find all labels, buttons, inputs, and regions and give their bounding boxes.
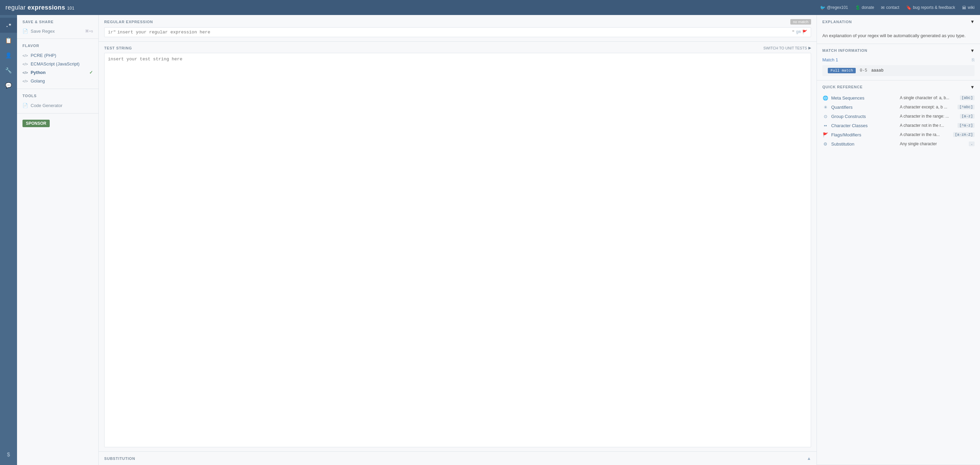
quick-ref-collapse-icon: ▼	[970, 85, 975, 89]
quick-ref-meta-label: Meta Sequences	[831, 96, 865, 101]
quick-ref-flags-desc-row: A character in the ra... [a-zA-Z]	[900, 131, 975, 139]
regex-suffix: "	[792, 30, 795, 35]
flavor-golang-label: Golang	[31, 78, 45, 83]
nav-contact[interactable]: ✉contact	[881, 5, 899, 10]
sidebar-icon-community[interactable]: 💬	[0, 78, 17, 93]
quick-ref-charclasses-desc-row: A character not in the r... [^a-z]	[900, 121, 975, 130]
code-icon-golang: </>	[22, 79, 28, 83]
nav-bugreports[interactable]: 🔖bug reports & feedback	[906, 5, 955, 10]
flavor-title: FLAVOR	[22, 44, 93, 48]
target-icon: ⊙	[822, 114, 829, 119]
left-panel: SAVE & SHARE 📄 Save Regex ⌘+s FLAVOR </>…	[17, 15, 99, 465]
regex-flags: gm 🚩	[796, 30, 807, 35]
quick-ref-flags-badge: [a-zA-Z]	[953, 132, 975, 137]
nav-donate[interactable]: 💲donate	[855, 5, 875, 10]
sidebar-icon-tools[interactable]: 🔧	[0, 63, 17, 78]
globe-icon: 🌐	[822, 96, 829, 101]
flavor-ecmascript[interactable]: </> ECMAScript (JavaScript)	[22, 60, 93, 68]
twitter-icon: 🐦	[820, 5, 826, 10]
save-shortcut: ⌘+s	[85, 29, 93, 34]
quick-reference-section: QUICK REFERENCE ▼ 🌐 Meta Sequences A sin…	[817, 80, 980, 465]
match-info-title: MATCH INFORMATION	[822, 48, 867, 53]
codegen-icon: 📄	[22, 103, 28, 108]
regex-input[interactable]	[117, 30, 790, 35]
top-nav: regular expressions 101 🐦@regex101 💲dona…	[0, 0, 980, 15]
quick-ref-meta-badge: [abc]	[960, 96, 975, 100]
copy-match-icon[interactable]: ⎘	[972, 57, 975, 62]
explanation-title: EXPLANATION	[822, 20, 852, 24]
switch-arrow-icon: ▶	[808, 46, 811, 50]
asterisk-icon: ✳	[822, 105, 829, 110]
quick-ref-quantifiers-desc: A character except: a, b ...	[900, 105, 947, 109]
match-info-section: MATCH INFORMATION ▼ Match 1 ⎘ Full match…	[817, 44, 980, 80]
match-info-collapse-icon: ▼	[970, 48, 975, 53]
save-regex-button[interactable]: 📄 Save Regex ⌘+s	[22, 27, 93, 35]
test-string-input[interactable]	[104, 53, 811, 447]
no-match-badge: no match	[790, 19, 811, 24]
nav-links: 🐦@regex101 💲donate ✉contact 🔖bug reports…	[820, 5, 975, 10]
nav-wiki[interactable]: 🏛wiki	[962, 5, 975, 10]
codegen-label: Code Generator	[31, 103, 62, 108]
switch-unit-tests-button[interactable]: SWITCH TO UNIT TESTS ▶	[764, 46, 811, 50]
code-generator-tool[interactable]: 📄 Code Generator	[22, 101, 93, 110]
sidebar-icon-regex[interactable]: .*	[0, 18, 17, 33]
quick-ref-substitution[interactable]: ⚙ Substitution	[822, 140, 897, 148]
regex-flags-text: gm	[796, 30, 801, 35]
match-1-link[interactable]: Match 1	[822, 57, 838, 62]
wiki-icon: 🏛	[962, 5, 966, 10]
save-share-title: SAVE & SHARE	[22, 20, 93, 24]
switch-label: SWITCH TO UNIT TESTS	[764, 46, 807, 50]
quick-ref-meta-desc: A single character of: a, b...	[900, 96, 949, 100]
code-icon-pcre: </>	[22, 54, 28, 58]
regex-title: REGULAR EXPRESSION	[104, 20, 153, 24]
bug-icon: 🔖	[906, 5, 912, 10]
flag-icon[interactable]: 🚩	[802, 30, 807, 35]
regex-section: REGULAR EXPRESSION no match ir" " gm 🚩	[99, 15, 816, 42]
regex-prefix: ir"	[108, 30, 116, 35]
contact-icon: ✉	[881, 5, 885, 10]
quick-ref-meta[interactable]: 🌐 Meta Sequences	[822, 94, 897, 102]
community-icon: 💬	[5, 82, 12, 89]
substitution-title: SUBSTITUTION	[104, 457, 135, 460]
regex-input-row: ir" " gm 🚩	[104, 27, 811, 37]
substitution-icon: ⚙	[822, 141, 829, 147]
test-string-section: TEST STRING SWITCH TO UNIT TESTS ▶	[99, 42, 816, 451]
collapse-substitution-icon[interactable]: ▲	[807, 456, 811, 461]
main-layout: .* 📋 👤 🔧 💬 $ SAVE & SHARE 📄 Save Regex	[0, 15, 980, 465]
dollar-icon: 💲	[855, 5, 861, 10]
substitution-section: SUBSTITUTION ▲	[99, 451, 816, 465]
sponsor-section: SPONSOR	[17, 113, 99, 133]
quick-ref-header[interactable]: QUICK REFERENCE ▼	[817, 80, 980, 94]
quick-ref-quantifiers-badge: [^abc]	[958, 105, 975, 109]
sponsor-button[interactable]: SPONSOR	[22, 120, 50, 127]
save-regex-label: Save Regex	[31, 29, 55, 34]
sponsor-icon: $	[7, 452, 10, 458]
flavor-pcre[interactable]: </> PCRE (PHP)	[22, 51, 93, 60]
quick-ref-grid: 🌐 Meta Sequences A single character of: …	[817, 94, 980, 152]
sidebar-icon-library[interactable]: 📋	[0, 33, 17, 48]
flavor-section: FLAVOR </> PCRE (PHP) </> ECMAScript (Ja…	[17, 39, 99, 89]
nav-twitter[interactable]: 🐦@regex101	[820, 5, 848, 10]
quick-ref-groups-desc-row: A character in the range: ... [a-z]	[900, 112, 975, 121]
flavor-golang[interactable]: </> Golang	[22, 77, 93, 85]
quick-ref-groups[interactable]: ⊙ Group Constructs	[822, 112, 897, 121]
quick-ref-charclasses[interactable]: ▪▪ Character Classes	[822, 121, 897, 130]
code-icon-ecma: </>	[22, 62, 28, 66]
match-info-header: MATCH INFORMATION ▼	[817, 44, 980, 57]
explanation-header[interactable]: EXPLANATION ▼	[817, 15, 980, 28]
quick-ref-charclasses-label: Character Classes	[831, 123, 868, 128]
logo: regular expressions 101	[5, 4, 75, 11]
quick-ref-quantifiers[interactable]: ✳ Quantifiers	[822, 103, 897, 112]
match-row-header: Match 1 ⎘	[817, 57, 980, 65]
quick-ref-substitution-label: Substitution	[831, 141, 854, 147]
logo-regular: regular	[5, 4, 26, 11]
sidebar-icon-account[interactable]: 👤	[0, 48, 17, 63]
quick-ref-flags[interactable]: 🚩 Flags/Modifiers	[822, 131, 897, 139]
save-icon: 📄	[22, 29, 28, 34]
account-icon: 👤	[5, 52, 12, 59]
sidebar-icon-sponsor[interactable]: $	[0, 447, 17, 462]
tools-section: TOOLS 📄 Code Generator	[17, 89, 99, 113]
match-value: aaaab	[871, 68, 884, 73]
tools-title: TOOLS	[22, 94, 93, 98]
flavor-python[interactable]: </> Python ✓	[22, 68, 93, 77]
